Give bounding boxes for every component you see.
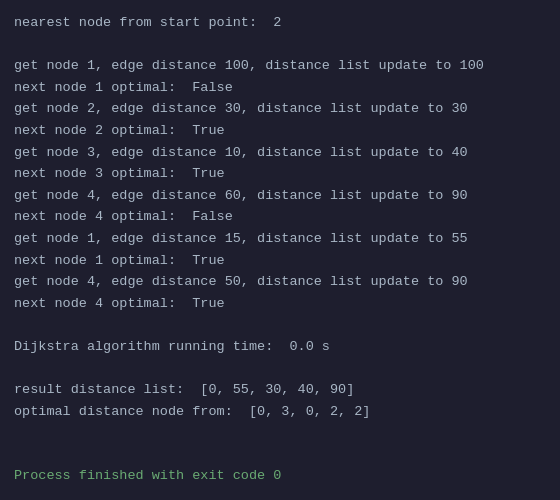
- line-get-node-4a: get node 4, edge distance 60, distance l…: [14, 185, 546, 207]
- blank-line-5: [14, 444, 546, 466]
- line-process-finished: Process finished with exit code 0: [14, 465, 546, 487]
- blank-line-2: [14, 314, 546, 336]
- console-output: nearest node from start point: 2 get nod…: [14, 12, 546, 487]
- line-optimal-distance: optimal distance node from: [0, 3, 0, 2,…: [14, 401, 546, 423]
- line-next-node-1a: next node 1 optimal: False: [14, 77, 546, 99]
- blank-line-4: [14, 422, 546, 444]
- line-nearest-node: nearest node from start point: 2: [14, 12, 546, 34]
- line-get-node-4b: get node 4, edge distance 50, distance l…: [14, 271, 546, 293]
- line-next-node-2: next node 2 optimal: True: [14, 120, 546, 142]
- line-next-node-4b: next node 4 optimal: True: [14, 293, 546, 315]
- line-dijkstra-time: Dijkstra algorithm running time: 0.0 s: [14, 336, 546, 358]
- line-get-node-3: get node 3, edge distance 10, distance l…: [14, 142, 546, 164]
- line-next-node-4a: next node 4 optimal: False: [14, 206, 546, 228]
- line-next-node-3: next node 3 optimal: True: [14, 163, 546, 185]
- blank-line-3: [14, 358, 546, 380]
- line-result-distance: result distance list: [0, 55, 30, 40, 90…: [14, 379, 546, 401]
- line-next-node-1b: next node 1 optimal: True: [14, 250, 546, 272]
- line-get-node-1b: get node 1, edge distance 15, distance l…: [14, 228, 546, 250]
- line-get-node-1a: get node 1, edge distance 100, distance …: [14, 55, 546, 77]
- line-get-node-2: get node 2, edge distance 30, distance l…: [14, 98, 546, 120]
- blank-line-1: [14, 34, 546, 56]
